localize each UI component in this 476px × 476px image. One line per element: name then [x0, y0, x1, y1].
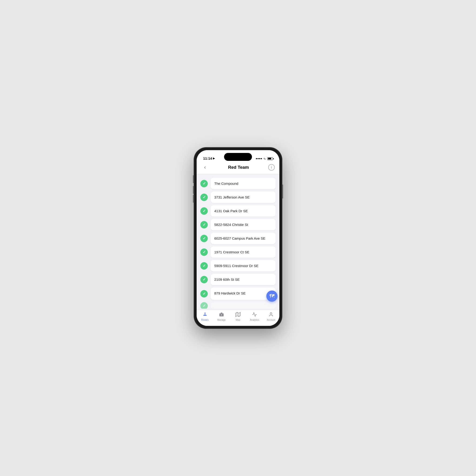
address-card-3[interactable]: 4131 Oak Park Dr SE [211, 205, 276, 217]
routes-icon [203, 312, 207, 318]
check-circle-10: ✓ [200, 302, 208, 309]
check-circle-8: ✓ [200, 276, 208, 283]
map-fold-icon: 🗺 [269, 293, 274, 300]
tab-map[interactable]: Map [230, 312, 246, 321]
info-button[interactable]: i [268, 164, 275, 170]
checkmark-icon: ✓ [203, 278, 206, 281]
map-fab-button[interactable]: 🗺 [266, 290, 277, 302]
routes-label: Routes [201, 319, 209, 321]
info-icon: i [271, 166, 272, 169]
address-card-5[interactable]: 6025-6027 Campus Park Ave SE [211, 233, 276, 244]
page-title: Red Team [228, 165, 249, 170]
battery-icon [267, 157, 273, 160]
address-text: 4131 Oak Park Dr SE [214, 209, 248, 213]
back-button[interactable]: ‹ [201, 164, 209, 171]
check-circle-1: ✓ [200, 180, 208, 187]
address-text: 3731 Jefferson Ave SE [214, 195, 250, 199]
tab-manage[interactable]: Manage [213, 312, 230, 321]
address-card-1[interactable]: The Compound [211, 178, 276, 189]
list-item[interactable]: ✓ 5909-5911 Crestmoor Dr SE [200, 260, 276, 272]
account-label: Account [267, 319, 275, 321]
status-icons: ∿ [256, 157, 273, 160]
content-area[interactable]: ✓ The Compound ✓ 3731 Jefferson Ave SE [197, 174, 279, 310]
list-item[interactable]: ✓ 2109 60th St SE [200, 274, 276, 285]
phone-wrapper: 11:14 ▶ ∿ [194, 147, 282, 329]
address-card-8[interactable]: 2109 60th St SE [211, 274, 276, 285]
address-card-4[interactable]: 5822-5824 Christie St [211, 219, 276, 230]
address-card-9[interactable]: 879 Hardwick Dr SE 🗺 [211, 288, 276, 300]
list-item[interactable]: ✓ 1971 Crestmoor Ct SE [200, 246, 276, 258]
check-circle-2: ✓ [200, 194, 208, 201]
time-display: 11:14 [203, 156, 212, 160]
address-text: 879 Hardwick Dr SE [214, 291, 246, 295]
list-item[interactable]: ✓ The Compound [200, 178, 276, 189]
checkmark-icon: ✓ [203, 237, 206, 240]
list-item[interactable]: ✓ 6025-6027 Campus Park Ave SE [200, 233, 276, 244]
list-item[interactable]: ✓ 4131 Oak Park Dr SE [200, 205, 276, 217]
svg-point-6 [270, 313, 272, 314]
analytics-label: Analytics [250, 319, 259, 321]
check-circle-5: ✓ [200, 235, 208, 242]
map-label: Map [236, 319, 240, 321]
address-card-10 [211, 302, 276, 309]
checkmark-icon: ✓ [203, 182, 206, 186]
checkmark-icon: ✓ [203, 223, 206, 227]
account-icon [269, 312, 273, 318]
address-text: The Compound [214, 182, 238, 186]
address-text: 6025-6027 Campus Park Ave SE [214, 236, 265, 240]
analytics-icon [252, 312, 257, 318]
checkmark-icon: ✓ [203, 264, 206, 268]
nav-header: ‹ Red Team i [197, 162, 279, 174]
list-item[interactable]: ✓ 3731 Jefferson Ave SE [200, 191, 276, 203]
tab-bar: Routes Manage [197, 310, 279, 326]
list-item[interactable]: ✓ 879 Hardwick Dr SE 🗺 [200, 288, 276, 300]
address-text: 5909-5911 Crestmoor Dr SE [214, 264, 258, 268]
signal-icon [256, 158, 262, 159]
check-circle-3: ✓ [200, 207, 208, 215]
status-time: 11:14 ▶ [203, 156, 215, 160]
wifi-icon: ∿ [263, 157, 266, 160]
manage-label: Manage [217, 319, 226, 321]
address-text: 5822-5824 Christie St [214, 223, 248, 227]
address-text: 1971 Crestmoor Ct SE [214, 250, 249, 254]
check-circle-7: ✓ [200, 262, 208, 270]
check-circle-9: ✓ [200, 290, 208, 298]
checkmark-icon: ✓ [203, 250, 206, 254]
checkmark-icon: ✓ [203, 292, 206, 296]
phone-frame: 11:14 ▶ ∿ [194, 147, 282, 329]
tab-analytics[interactable]: Analytics [246, 312, 263, 321]
address-card-7[interactable]: 5909-5911 Crestmoor Dr SE [211, 260, 276, 272]
address-card-6[interactable]: 1971 Crestmoor Ct SE [211, 246, 276, 258]
svg-marker-3 [236, 312, 240, 317]
phone-screen: 11:14 ▶ ∿ [197, 150, 279, 326]
check-circle-6: ✓ [200, 248, 208, 256]
tab-account[interactable]: Account [263, 312, 279, 321]
location-arrow-icon: ▶ [213, 157, 215, 160]
check-circle-4: ✓ [200, 221, 208, 228]
address-text: 2109 60th St SE [214, 277, 240, 281]
list-item-partial: ✓ [200, 302, 276, 309]
checkmark-icon: ✓ [203, 195, 206, 199]
address-card-2[interactable]: 3731 Jefferson Ave SE [211, 191, 276, 203]
back-chevron-icon: ‹ [204, 164, 206, 170]
checkmark-icon: ✓ [203, 209, 206, 213]
list-item[interactable]: ✓ 5822-5824 Christie St [200, 219, 276, 230]
map-icon [236, 312, 240, 318]
checkmark-icon: ✓ [203, 304, 206, 308]
dynamic-island [224, 153, 252, 161]
tab-routes[interactable]: Routes [197, 312, 213, 321]
manage-icon [219, 312, 224, 318]
